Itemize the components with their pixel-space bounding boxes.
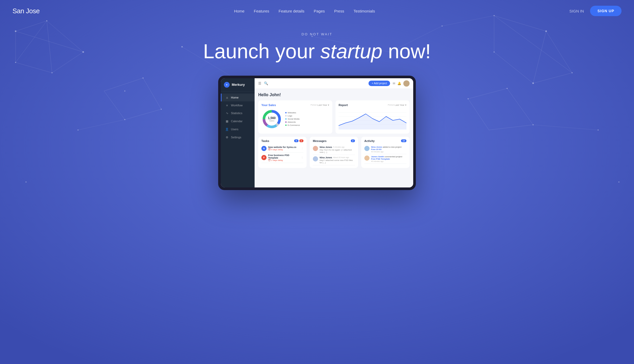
sidebar-item-statistics[interactable]: ∿ Statistics [221, 109, 255, 117]
mail-icon[interactable]: ✉ [393, 82, 395, 85]
messages-title: Messages [313, 139, 327, 142]
bell-icon[interactable]: 🔔 [397, 82, 401, 85]
nav-home[interactable]: Home [234, 9, 244, 13]
nav-press[interactable]: Press [334, 9, 344, 13]
topbar-left: ☰ 🔍 [258, 81, 268, 85]
legend-dot-websites [285, 112, 287, 113]
header: San Jose Home Features Feature details P… [0, 0, 634, 22]
nav-features[interactable]: Features [254, 9, 269, 13]
task-info-2: Free business PSD Template ⏰ 2 days dela… [268, 154, 299, 161]
donut-center: 1,560 Sales [268, 116, 276, 122]
sidebar-label-workflow: Workflow [231, 104, 243, 107]
user-avatar[interactable] [403, 80, 410, 87]
sidebar-item-workflow[interactable]: ≡ Workflow [221, 101, 255, 109]
hero-eyebrow: DO NOT WAIT [5, 32, 629, 36]
search-icon[interactable]: 🔍 [264, 81, 268, 85]
main-nav: Home Features Feature details Pages Pres… [234, 9, 375, 13]
msg-info-2: Nina Jones About 20 hours ago Hey! I att… [320, 156, 355, 164]
act-avatar-2 [364, 155, 370, 161]
tasks-badge-red: 2 [299, 139, 303, 142]
add-project-button[interactable]: + Add project [368, 81, 390, 86]
msg-info-1: Nina Jones 5 minutes ago Hey You! it's m… [320, 146, 355, 153]
act-info-2: James Smith commented project Free PSD T… [371, 155, 406, 162]
legend-websites: Websites [285, 112, 300, 114]
sign-in-link[interactable]: SIGN IN [570, 9, 584, 13]
sidebar-label-settings: Settings [231, 136, 241, 139]
task-item-2: P Free business PSD Template ⏰ 2 days de… [261, 153, 303, 163]
legend-dot-social [285, 118, 287, 120]
donut-chart: 1,560 Sales [261, 109, 282, 129]
msg-time-1: 5 minutes ago [333, 146, 345, 148]
logo-part2: Jose [26, 7, 40, 15]
task-name-1: New website for Symu.co [268, 146, 299, 148]
svg-line-4 [16, 62, 52, 73]
menu-icon[interactable]: ☰ [258, 81, 261, 85]
sidebar-item-users[interactable]: 👤 Users [221, 125, 255, 133]
legend-dot-ecommerce [285, 125, 287, 126]
svg-point-27 [51, 72, 53, 73]
logo[interactable]: San Jose [12, 7, 40, 15]
act-avatar-1 [364, 146, 370, 151]
sales-card-title: Your Sales [261, 103, 276, 107]
sign-up-button[interactable]: SIGN UP [590, 6, 622, 16]
hero-title-italic: startup [320, 40, 382, 63]
sales-card-header: Your Sales Period Last Year ▾ [261, 103, 329, 107]
act-info-1: Nina Jones added a new project Free UI K… [371, 146, 406, 153]
legend-logo: Logo [285, 115, 300, 117]
sidebar-nav: ⌂ Home ≡ Workflow ∿ Statistics ▦ [221, 92, 255, 187]
sales-legend: Websites Logo Social Media [285, 112, 300, 126]
tasks-card: Tasks 5 2 N New website for Sym [258, 137, 307, 168]
act-text-1: Nina Jones added a new project Free UI K… [371, 146, 406, 151]
legend-adwords: Adwords [285, 121, 300, 123]
workflow-icon: ≡ [225, 104, 229, 107]
report-card-period: Period Last Year ▾ [388, 104, 406, 106]
sidebar-item-settings[interactable]: ⚙ Settings [221, 133, 255, 141]
sales-card-content: 1,560 Sales Websites [261, 109, 329, 129]
nav-testimonials[interactable]: Testimonials [353, 9, 375, 13]
task-avatar-2: P [261, 155, 267, 160]
nav-feature-details[interactable]: Feature details [279, 9, 304, 13]
sales-card-period: Period Last Year ▾ [310, 104, 329, 106]
messages-header: Messages 2 [313, 139, 355, 142]
task-menu-2[interactable]: ⋮ [301, 156, 303, 159]
nav-pages[interactable]: Pages [314, 9, 325, 13]
msg-time-2: About 20 hours ago [333, 157, 349, 158]
dashboard-wrapper: ● Merkury ⌂ Home ≡ Workflow ∿ [0, 76, 634, 190]
sidebar-label-users: Users [231, 128, 238, 131]
activity-item-2: James Smith commented project Free PSD T… [364, 154, 406, 164]
sidebar-label-statistics: Statistics [231, 112, 242, 115]
messages-card: Messages 2 Nina Jones 5 minutes ago [310, 137, 358, 168]
report-card-header: Report Period Last Year ▾ [339, 103, 406, 107]
logo-part1: San [12, 7, 26, 15]
tasks-header: Tasks 5 2 [261, 139, 303, 142]
task-info-1: New website for Symu.co ⏰ 5 days delay [268, 146, 299, 151]
topbar-actions: ✉ 🔔 [393, 80, 410, 87]
tablet-inner: ● Merkury ⌂ Home ≡ Workflow ∿ [221, 78, 413, 187]
dashboard-body: Hello John! Your Sales Period Last Year [255, 89, 413, 187]
activity-header: Activity 10 [364, 139, 406, 142]
dashboard: ● Merkury ⌂ Home ≡ Workflow ∿ [221, 78, 413, 187]
sidebar: ● Merkury ⌂ Home ≡ Workflow ∿ [221, 78, 255, 187]
topbar: ☰ 🔍 + Add project ✉ 🔔 [255, 78, 413, 89]
sidebar-app-name: Merkury [232, 83, 245, 87]
sidebar-item-home[interactable]: ⌂ Home [221, 94, 255, 101]
legend-dot-adwords [285, 121, 287, 123]
donut-label: Sales [268, 119, 276, 122]
msg-avatar-1 [313, 146, 318, 151]
users-icon: 👤 [225, 128, 229, 131]
calendar-icon: ▦ [225, 120, 229, 123]
donut-number: 1,560 [268, 116, 276, 119]
main-content: ☰ 🔍 + Add project ✉ 🔔 [255, 78, 413, 187]
task-menu-1[interactable]: ⋮ [301, 147, 303, 150]
task-delay-1: ⏰ 5 days delay [268, 148, 299, 151]
msg-avatar-2 [313, 156, 318, 161]
report-line-chart [339, 109, 406, 129]
msg-sender-1: Nina Jones [320, 146, 332, 148]
sidebar-item-calendar[interactable]: ▦ Calendar [221, 117, 255, 125]
tasks-badge: 5 2 [294, 139, 303, 142]
settings-icon: ⚙ [225, 136, 229, 139]
msg-text-1: Hey You! it's me again :) I attached new… [320, 149, 355, 153]
msg-text-2: Hey! I attached some new PSD files for (… [320, 159, 355, 164]
hero-section: DO NOT WAIT Launch your startup now! [0, 22, 634, 63]
report-card-title: Report [339, 103, 348, 107]
